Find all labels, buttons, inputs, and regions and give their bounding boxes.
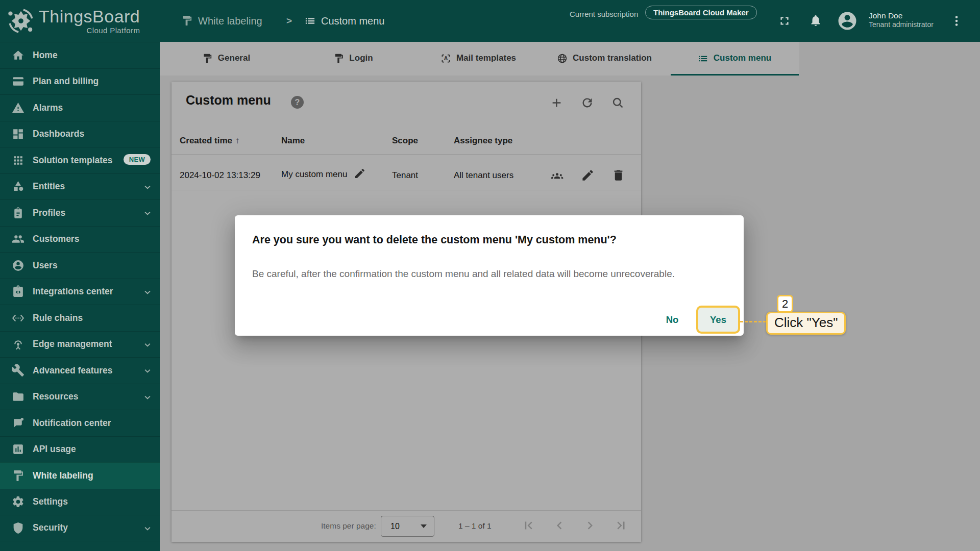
yes-button-highlight: Yes bbox=[696, 306, 740, 334]
breadcrumb-separator: > bbox=[286, 15, 292, 27]
user-info[interactable]: John Doe Tenant administrator bbox=[869, 11, 934, 29]
subscription-label: Current subscription bbox=[570, 10, 638, 18]
sidebar-item-label: Plan and billing bbox=[33, 76, 99, 87]
avatar[interactable] bbox=[837, 10, 858, 32]
topbar: White labeling > Custom menu Current sub… bbox=[160, 0, 980, 42]
sidebar-item-notification-center[interactable]: Notification center bbox=[0, 410, 160, 436]
white-labeling-icon bbox=[12, 469, 24, 482]
entities-icon bbox=[12, 180, 24, 193]
chevron-down-icon bbox=[142, 208, 153, 219]
sidebar-item-label: Dashboards bbox=[33, 129, 84, 139]
no-button[interactable]: No bbox=[657, 310, 688, 330]
annotation-step-badge: 2 bbox=[777, 295, 793, 313]
advanced-features-icon bbox=[12, 364, 24, 377]
logo-text: ThingsBoard Cloud Platform bbox=[39, 7, 140, 35]
app-title: ThingsBoard bbox=[39, 7, 140, 26]
sidebar-item-white-labeling[interactable]: White labeling bbox=[0, 462, 160, 489]
alarms-icon bbox=[12, 102, 24, 114]
sidebar-item-label: Solution templates bbox=[33, 155, 113, 166]
chevron-down-icon bbox=[142, 339, 153, 350]
sidebar-item-dashboards[interactable]: Dashboards bbox=[0, 121, 160, 147]
sidebar: ThingsBoard Cloud Platform Home Plan and… bbox=[0, 0, 160, 551]
resources-icon bbox=[12, 390, 24, 403]
plan-billing-icon bbox=[12, 75, 24, 88]
sidebar-item-home[interactable]: Home bbox=[0, 42, 160, 68]
sidebar-item-rule-chains[interactable]: Rule chains bbox=[0, 305, 160, 331]
app-logo[interactable]: ThingsBoard Cloud Platform bbox=[0, 0, 160, 42]
dashboards-icon bbox=[12, 128, 24, 140]
sidebar-item-resources[interactable]: Resources bbox=[0, 384, 160, 410]
sidebar-item-label: Settings bbox=[33, 496, 68, 507]
sidebar-item-label: Profiles bbox=[33, 208, 65, 218]
sidebar-item-advanced-features[interactable]: Advanced features bbox=[0, 357, 160, 384]
sidebar-item-label: Edge management bbox=[33, 339, 112, 349]
sidebar-item-users[interactable]: Users bbox=[0, 252, 160, 279]
more-menu-icon[interactable] bbox=[950, 14, 963, 28]
annotation-label: Click "Yes" bbox=[766, 312, 846, 335]
rule-chains-icon bbox=[12, 312, 24, 324]
new-badge: NEW bbox=[124, 154, 151, 165]
sidebar-item-entities[interactable]: Entities bbox=[0, 173, 160, 200]
yes-button[interactable]: Yes bbox=[707, 314, 729, 326]
sidebar-item-label: Alarms bbox=[33, 103, 63, 113]
sidebar-item-label: API usage bbox=[33, 444, 76, 455]
sidebar-item-label: Home bbox=[33, 50, 58, 61]
solution-templates-icon bbox=[12, 154, 24, 167]
thingsboard-logo-icon bbox=[6, 6, 36, 36]
profiles-icon bbox=[12, 207, 24, 219]
sidebar-item-integrations-center[interactable]: Integrations center bbox=[0, 279, 160, 305]
sidebar-item-label: Users bbox=[33, 260, 58, 271]
sidebar-item-label: Integrations center bbox=[33, 286, 113, 297]
sidebar-item-label: Notification center bbox=[33, 418, 111, 429]
dialog-title: Are you sure you want to delete the cust… bbox=[252, 234, 617, 246]
sidebar-item-solution-templates[interactable]: Solution templatesNEW bbox=[0, 147, 160, 173]
chevron-down-icon bbox=[142, 365, 153, 377]
sidebar-item-customers[interactable]: Customers bbox=[0, 226, 160, 253]
fullscreen-icon[interactable] bbox=[778, 14, 791, 28]
sidebar-item-label: Entities bbox=[33, 181, 65, 192]
users-icon bbox=[12, 259, 24, 272]
subscription-plan-button[interactable]: ThingsBoard Cloud Maker bbox=[645, 6, 757, 19]
chevron-down-icon bbox=[142, 523, 153, 534]
white-labeling-icon bbox=[181, 15, 193, 27]
sidebar-item-label: Resources bbox=[33, 391, 79, 402]
breadcrumb-section[interactable]: White labeling bbox=[198, 15, 262, 27]
sidebar-item-profiles[interactable]: Profiles bbox=[0, 199, 160, 226]
sidebar-item-security[interactable]: Security bbox=[0, 515, 160, 541]
sidebar-item-plan-and-billing[interactable]: Plan and billing bbox=[0, 68, 160, 95]
notifications-bell-icon[interactable] bbox=[809, 14, 822, 27]
sidebar-item-label: Rule chains bbox=[33, 313, 83, 323]
sidebar-item-settings[interactable]: Settings bbox=[0, 489, 160, 515]
api-usage-icon bbox=[12, 443, 24, 456]
custom-menu-icon bbox=[304, 15, 316, 27]
user-role: Tenant administrator bbox=[869, 20, 934, 29]
annotation-connector bbox=[740, 321, 766, 322]
sidebar-item-label: Advanced features bbox=[33, 365, 113, 376]
integrations-center-icon bbox=[12, 285, 24, 298]
app-tagline: Cloud Platform bbox=[86, 26, 140, 35]
edge-management-icon bbox=[12, 338, 24, 350]
screen: ThingsBoard Cloud Platform Home Plan and… bbox=[0, 0, 980, 551]
dialog-message: Be careful, after the confirmation the c… bbox=[252, 268, 675, 280]
chevron-down-icon bbox=[142, 392, 153, 403]
chevron-down-icon bbox=[142, 182, 153, 193]
sidebar-item-label: Security bbox=[33, 522, 68, 533]
home-icon bbox=[12, 49, 24, 62]
sidebar-item-label: Customers bbox=[33, 234, 79, 244]
sidebar-item-label: White labeling bbox=[33, 470, 93, 481]
delete-confirm-dialog: Are you sure you want to delete the cust… bbox=[235, 215, 744, 336]
notification-center-icon bbox=[12, 417, 24, 430]
user-name: John Doe bbox=[869, 11, 934, 20]
sidebar-item-api-usage[interactable]: API usage bbox=[0, 436, 160, 463]
chevron-down-icon bbox=[142, 287, 153, 298]
breadcrumb-page: Custom menu bbox=[321, 15, 385, 27]
sidebar-item-edge-management[interactable]: Edge management bbox=[0, 331, 160, 358]
settings-icon bbox=[12, 495, 24, 508]
security-icon bbox=[12, 521, 24, 534]
sidebar-item-alarms[interactable]: Alarms bbox=[0, 94, 160, 121]
sidebar-nav: Home Plan and billing Alarms Dashboards … bbox=[0, 42, 160, 541]
customers-icon bbox=[12, 233, 24, 245]
